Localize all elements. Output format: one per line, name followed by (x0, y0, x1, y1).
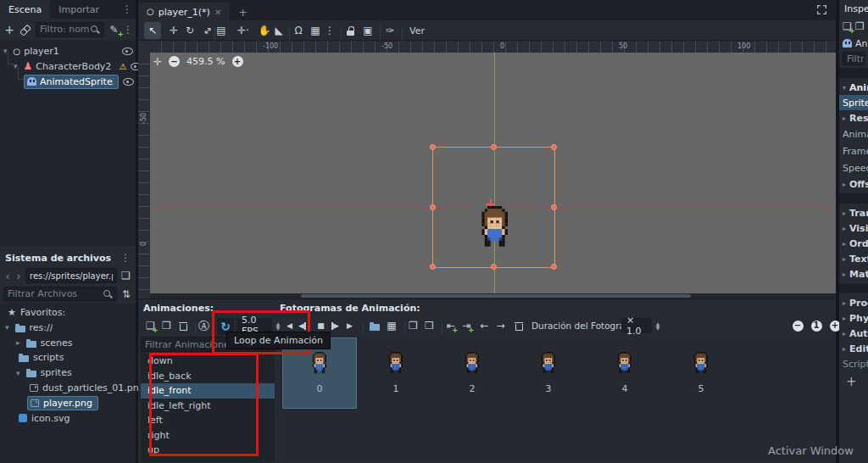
file-label-wrap[interactable]: scripts (16, 351, 69, 364)
tab-escena[interactable]: Escena (0, 0, 50, 19)
scene-node-animatedsprite2d[interactable]: AnimatedSprite2D (0, 74, 136, 89)
chevron-icon[interactable]: ▾ (5, 323, 9, 332)
node-label-wrap[interactable]: ♟CharacterBody2D (21, 59, 116, 73)
inspector-row-texture[interactable]: ▸Texture (839, 251, 868, 266)
file-label-wrap[interactable]: res:// (13, 321, 58, 334)
file-filter-input[interactable]: Filtrar Archivos (3, 287, 117, 301)
frame-duration-field[interactable]: × 1.0 (621, 318, 652, 333)
selection-handle[interactable] (551, 204, 557, 210)
file-label-wrap[interactable]: dust_particles_01.png (27, 382, 144, 394)
new-tab-button[interactable]: + (230, 3, 256, 20)
play-button[interactable]: ▶ (342, 316, 357, 335)
inspector-row-speed-scale[interactable]: Speed Scale (839, 159, 868, 176)
add-frames-from-file-button[interactable] (366, 316, 383, 335)
skeleton-menu-button[interactable]: ✑ (382, 22, 398, 39)
selection-handle[interactable] (551, 144, 557, 150)
frame-tile-3[interactable]: 3 (511, 337, 586, 409)
insert-frame-before-button[interactable]: ⇤+ (442, 316, 459, 335)
new-animation-button[interactable]: ❏+ (142, 316, 159, 335)
canvas-2d[interactable]: ✛ − 459.5 % + (150, 53, 836, 298)
visibility-eye-icon[interactable] (121, 46, 133, 56)
inspector-row-visibility[interactable]: ▸Visibility (839, 220, 868, 236)
ruler-tool[interactable]: ◣ (271, 22, 287, 39)
frames-zoom-reset-button[interactable]: 1 (810, 316, 823, 335)
grid-toggle[interactable]: ▦ (308, 22, 323, 39)
selection-handle[interactable] (491, 264, 497, 270)
inspector-row-offset[interactable]: ▸Offset (839, 176, 868, 192)
frame-tile-5[interactable]: 5 (664, 337, 738, 409)
tab-inspector[interactable]: Inspector (839, 0, 868, 17)
inspector-row-script[interactable]: Script (839, 356, 868, 371)
filesystem-menu-icon[interactable]: ⋮ (120, 252, 131, 264)
instance-scene-button[interactable] (19, 25, 32, 35)
inspector-row-animation[interactable]: ▾Animation (839, 80, 868, 95)
inspector-row-frame[interactable]: Frame (839, 142, 868, 159)
animation-item-down[interactable]: down (141, 354, 275, 369)
file-item-favoritos-[interactable]: ★Favoritos: (0, 305, 136, 320)
animation-item-idle_left_right[interactable]: idle_left_right (141, 399, 275, 414)
select-tool[interactable]: ↖ (144, 22, 161, 39)
center-view-icon[interactable]: ✛ (153, 57, 162, 67)
warning-icon[interactable]: ⚠ (120, 62, 127, 71)
visibility-eye-icon[interactable] (122, 76, 134, 86)
file-label-wrap[interactable]: scenes (24, 337, 78, 349)
group-node-button[interactable]: ▣ (360, 22, 376, 39)
zoom-in-button[interactable]: + (232, 56, 243, 67)
scene-node-player1[interactable]: ▾○player1 (0, 43, 136, 59)
chevron-icon[interactable]: ▾ (16, 369, 20, 377)
inspector-row-animation[interactable]: Animation (839, 126, 868, 142)
file-item-player-png[interactable]: player.png (0, 396, 136, 410)
delete-animation-button[interactable] (175, 316, 191, 335)
add-frames-from-sheet-button[interactable]: ▦ (383, 316, 400, 335)
node-label-wrap[interactable]: AnimatedSprite2D (24, 75, 119, 89)
inspector-row-physics-interpolation[interactable]: ▸Physics Interpolation (839, 310, 868, 326)
path-field[interactable]: res://sprites/player.png (25, 268, 117, 283)
inspector-row-material[interactable]: ▸Material (839, 266, 868, 282)
frame-tile-4[interactable]: 4 (587, 337, 662, 409)
nav-back-button[interactable]: ‹ (3, 270, 12, 282)
move-frame-left-button[interactable]: ← (476, 316, 492, 335)
split-view-button[interactable]: ❏ (120, 271, 132, 281)
duplicate-animation-button[interactable]: ❐ (159, 316, 175, 335)
inspector-row-transform[interactable]: ▸Transform (839, 205, 868, 220)
duration-spinner[interactable]: ▲▼ (654, 316, 662, 335)
tab-importar[interactable]: Importar (50, 0, 108, 19)
view-menu[interactable]: Ver (404, 22, 430, 39)
sort-files-icon[interactable]: ⇅ (120, 289, 132, 299)
pivot-tool[interactable]: ✛· (234, 22, 253, 39)
animation-item-idle_front[interactable]: idle_front (141, 383, 275, 399)
add-node-button[interactable]: + (3, 24, 15, 36)
move-tool[interactable]: ✛ (166, 22, 181, 39)
inspector-row-auto-translate[interactable]: ▸Auto Translate (839, 326, 868, 341)
copy-frame-button[interactable]: ❐ (405, 316, 421, 335)
paste-frame-button[interactable]: ❒ (421, 316, 437, 335)
frames-zoom-out-button[interactable]: − (791, 316, 804, 335)
chevron-down-icon[interactable]: ▾ (14, 62, 18, 70)
scene-tab-player1[interactable]: ○ player_1(*) ✕ (138, 3, 230, 20)
animation-item-up[interactable]: up (141, 443, 275, 458)
lock-node-button[interactable] (343, 22, 357, 39)
pan-tool[interactable]: ✋ (257, 22, 272, 39)
inspector-row-sprite-frames[interactable]: Sprite Frames (839, 95, 868, 110)
animation-item-idle_back[interactable]: idle_back (141, 369, 275, 384)
file-item-res-[interactable]: ▾res:// (0, 321, 136, 335)
inspector-row-process[interactable]: ▸Process (839, 295, 868, 310)
list-select-tool[interactable]: ▤ (214, 22, 229, 39)
zoom-out-button[interactable]: − (169, 56, 180, 67)
node-label-wrap[interactable]: ○player1 (11, 45, 64, 58)
inspector-row-editor[interactable]: ▸Editor (839, 341, 868, 356)
move-frame-right-button[interactable]: → (492, 316, 509, 335)
insert-frame-after-button[interactable]: ⇥+ (459, 316, 475, 335)
history-forward-icon[interactable]: ❐ (855, 21, 865, 31)
selection-handle[interactable] (551, 264, 557, 270)
player-sprite[interactable] (479, 206, 510, 249)
property-filter-input[interactable]: Filtrar Propiedades (843, 52, 865, 65)
animation-item-left[interactable]: left (141, 413, 275, 428)
scene-tree-menu-icon[interactable]: ⋮ (124, 24, 132, 36)
file-item-dust-particles-01-png[interactable]: dust_particles_01.png (0, 381, 136, 395)
scene-node-characterbody2d[interactable]: ▾♟CharacterBody2D⚠ (0, 59, 136, 74)
rotate-tool[interactable]: ↻ (182, 22, 198, 39)
file-label-wrap[interactable]: ★Favoritos: (5, 306, 70, 319)
chevron-icon[interactable]: ▸ (16, 338, 20, 347)
snap-menu-icon[interactable]: ⋮ (325, 22, 335, 39)
